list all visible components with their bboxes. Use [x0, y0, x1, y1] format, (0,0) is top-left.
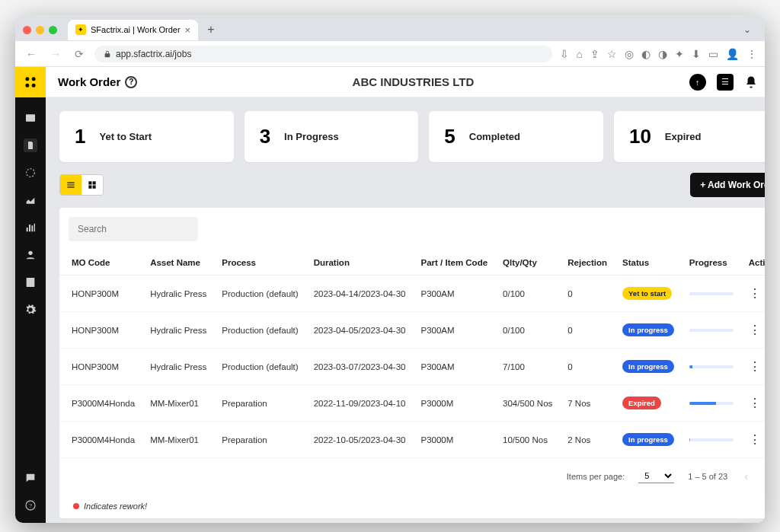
extensions-icon[interactable]: ✦	[675, 48, 684, 60]
minimize-window-button[interactable]	[36, 26, 44, 34]
col-process: Process	[214, 250, 305, 276]
app-root: ? Work Order ? ABC INDUSTRIES LTD ↑ ☰ S	[15, 67, 765, 523]
search-input[interactable]	[69, 217, 198, 241]
cell-progress	[682, 312, 741, 349]
sidebar-dashboard[interactable]	[24, 111, 37, 125]
stat-yet-to-start[interactable]: 1 Yet to Start	[59, 111, 234, 162]
cell-asset: Hydralic Press	[142, 276, 214, 312]
ext-icon-3[interactable]: ◑	[658, 48, 667, 60]
favicon-icon: ✦	[75, 24, 86, 35]
col-status: Status	[615, 250, 682, 276]
sidebar-chat[interactable]	[24, 471, 37, 485]
ext-icon-1[interactable]: ◎	[625, 48, 634, 60]
table-row: HONP300MHydralic PressProduction (defaul…	[59, 349, 765, 385]
progress-bar	[689, 402, 734, 405]
items-per-page-label: Items per page:	[567, 472, 625, 481]
cell-qty: 10/500 Nos	[495, 422, 560, 458]
cell-progress	[682, 276, 741, 312]
row-menu-button[interactable]: ⋮	[749, 287, 761, 300]
share-icon[interactable]: ⇪	[590, 48, 599, 60]
cell-progress	[682, 422, 741, 458]
reload-button[interactable]: ⟳	[72, 48, 87, 60]
sidebar-users[interactable]	[24, 248, 37, 262]
cell-asset: Hydralic Press	[142, 349, 214, 385]
address-bar[interactable]: app.sfactrix.ai/jobs	[94, 46, 552, 62]
new-tab-button[interactable]: +	[203, 23, 219, 37]
window-controls	[23, 26, 57, 34]
stat-value: 1	[75, 125, 85, 148]
cell-qty: 0/100	[495, 312, 560, 349]
grid-view-button[interactable]	[82, 175, 103, 195]
row-menu-button[interactable]: ⋮	[749, 323, 761, 336]
svg-text:?: ?	[29, 502, 32, 509]
close-window-button[interactable]	[23, 26, 31, 34]
stats-row: 1 Yet to Start 3 In Progress 5 Completed…	[59, 111, 765, 162]
cell-duration: 2023-03-07/2023-04-30	[306, 349, 414, 385]
row-menu-button[interactable]: ⋮	[749, 360, 761, 373]
sidebar-settings[interactable]	[24, 303, 37, 317]
page-size-select[interactable]: 5	[638, 469, 674, 483]
cast-icon[interactable]: ⌂	[577, 48, 583, 60]
sidebar-reports[interactable]	[24, 276, 37, 289]
sidebar-workorder[interactable]	[24, 139, 37, 152]
logo-icon	[23, 75, 38, 90]
col-qty: Qlty/Qty	[495, 250, 560, 276]
cell-rejection: 0	[560, 349, 615, 385]
more-menu-icon[interactable]: ⋮	[746, 48, 757, 60]
cell-rejection: 7 Nos	[560, 385, 615, 422]
topbar: Work Order ? ABC INDUSTRIES LTD ↑ ☰ S	[46, 67, 765, 97]
stat-expired[interactable]: 10 Expired	[614, 111, 765, 162]
bell-icon[interactable]	[744, 75, 758, 89]
cell-mo: HONP300M	[59, 276, 142, 312]
progress-bar	[689, 365, 734, 368]
cell-status: Expired	[615, 385, 682, 422]
zoom-window-button[interactable]	[49, 26, 57, 34]
page-range: 1 – 5 of 23	[688, 472, 727, 481]
cell-process: Preparation	[214, 422, 305, 458]
card-button[interactable]: ☰	[717, 74, 734, 91]
sidebar-help[interactable]: ?	[24, 499, 37, 512]
bookmark-icon[interactable]: ☆	[607, 48, 617, 60]
sidebar-parts[interactable]	[24, 166, 37, 180]
stat-value: 3	[260, 125, 270, 148]
back-button[interactable]: ←	[23, 48, 40, 60]
page-title-text: Work Order	[58, 75, 120, 88]
svg-rect-3	[27, 278, 35, 287]
list-view-button[interactable]	[60, 175, 82, 195]
stat-in-progress[interactable]: 3 In Progress	[245, 111, 419, 162]
cell-action: ⋮	[741, 385, 765, 422]
cell-rejection: 2 Nos	[560, 422, 615, 458]
download-icon[interactable]: ⬇	[692, 48, 701, 60]
cell-status: In progress	[615, 312, 682, 349]
stat-label: Expired	[665, 131, 702, 142]
stat-completed[interactable]: 5 Completed	[429, 111, 603, 162]
svg-rect-0	[26, 114, 35, 121]
cell-action: ⋮	[741, 276, 765, 312]
help-icon[interactable]: ?	[125, 76, 137, 88]
cell-progress	[682, 349, 741, 385]
tabs-overflow-icon[interactable]: ⌄	[743, 24, 757, 35]
url-text: app.sfactrix.ai/jobs	[116, 49, 191, 59]
cell-part: P300AM	[414, 312, 496, 349]
cell-qty: 0/100	[495, 276, 560, 312]
add-work-order-button[interactable]: + Add Work Order	[690, 173, 765, 197]
status-badge: Expired	[622, 397, 661, 409]
install-icon[interactable]: ⇩	[560, 48, 569, 60]
reading-list-icon[interactable]: ▭	[708, 48, 718, 60]
sidebar-maintenance[interactable]	[24, 193, 37, 207]
upload-button[interactable]: ↑	[689, 74, 706, 91]
ext-icon-2[interactable]: ◐	[641, 48, 651, 60]
profile-icon[interactable]: 👤	[726, 48, 739, 60]
app-logo[interactable]	[15, 67, 46, 97]
work-order-table: MO Code Asset Name Process Duration Part…	[59, 250, 765, 458]
cell-qty: 304/500 Nos	[495, 385, 560, 422]
cell-process: Production (default)	[214, 312, 305, 349]
close-tab-icon[interactable]: ×	[185, 24, 191, 36]
col-rejection: Rejection	[560, 250, 615, 276]
sidebar-analytics[interactable]	[24, 221, 37, 234]
row-menu-button[interactable]: ⋮	[749, 433, 761, 446]
table-row: P3000M4HondaMM-Mixer01Preparation2022-11…	[59, 385, 765, 422]
row-menu-button[interactable]: ⋮	[749, 397, 761, 409]
cell-action: ⋮	[741, 312, 765, 349]
browser-tab[interactable]: ✦ SFactrix.ai | Work Order ×	[68, 20, 198, 40]
